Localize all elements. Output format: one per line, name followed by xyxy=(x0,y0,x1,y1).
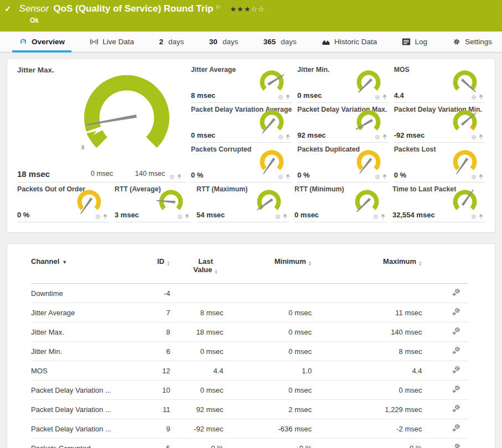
pin-icon[interactable] xyxy=(177,174,182,180)
table-row[interactable]: MOS124.41.04.4 xyxy=(31,361,468,381)
cell-id: 6 xyxy=(139,342,170,361)
gear-icon[interactable] xyxy=(375,134,380,140)
cell-actions xyxy=(422,419,469,439)
gauge-value: 0 msec xyxy=(294,211,319,219)
gear-icon[interactable] xyxy=(275,214,281,220)
table-row[interactable]: Jitter Min.60 msec0 msec8 msec xyxy=(31,342,468,361)
column-header-channel[interactable]: Channel▼ xyxy=(31,251,139,284)
cell-last-value: 8 msec xyxy=(170,303,223,322)
cell-minimum: 0 msec xyxy=(224,303,312,322)
gear-icon[interactable] xyxy=(471,214,477,220)
channel-settings-icon[interactable] xyxy=(452,443,460,448)
gear-icon[interactable] xyxy=(375,95,380,100)
gauge xyxy=(256,147,287,176)
tab-overview[interactable]: Overview xyxy=(17,32,67,53)
tile-corner-icons xyxy=(278,174,291,180)
table-row[interactable]: Packet Delay Variation ...1192 msec2 mse… xyxy=(31,400,468,419)
pin-icon[interactable] xyxy=(478,134,484,140)
cell-last-value: 0 % xyxy=(170,439,223,448)
cell-minimum: 0 msec xyxy=(224,381,312,400)
channel-settings-icon[interactable] xyxy=(452,424,460,432)
gauge xyxy=(353,107,384,136)
tab-settings[interactable]: Settings xyxy=(450,32,494,53)
gear-icon[interactable] xyxy=(471,134,477,140)
page-title: QoS (Quality of Service) Round Trip xyxy=(53,3,213,14)
pin-icon[interactable] xyxy=(478,95,484,100)
column-header-id[interactable]: ID▲▼ xyxy=(139,251,170,284)
channel-settings-icon[interactable] xyxy=(452,385,460,393)
cell-id: 7 xyxy=(139,303,170,322)
channel-settings-icon[interactable] xyxy=(452,366,460,374)
gauge xyxy=(351,186,382,216)
gear-icon[interactable] xyxy=(177,214,183,220)
tab-historic-data[interactable]: Historic Data xyxy=(319,32,379,53)
gear-icon[interactable] xyxy=(169,174,175,180)
priority-stars-filled[interactable]: ★★★ xyxy=(230,5,251,13)
gauge-tile-packet-delay-variation-min: Packet Delay Variation Min.-92 msec xyxy=(394,103,485,143)
table-row[interactable]: Jitter Average78 msec0 msec11 msec xyxy=(31,303,468,322)
gear-icon[interactable] xyxy=(471,174,477,180)
cell-minimum xyxy=(224,284,312,303)
priority-stars[interactable]: ★★★☆☆ xyxy=(230,5,265,13)
cell-last-value: 18 msec xyxy=(170,322,223,342)
table-row[interactable]: Jitter Max.818 msec0 msec140 msec xyxy=(31,322,468,342)
gear-icon[interactable] xyxy=(373,214,379,220)
pin-icon[interactable] xyxy=(380,214,386,220)
cell-minimum: -636 msec xyxy=(224,419,312,439)
gauge-tile-packets-lost: Packets Lost0 % xyxy=(394,143,485,183)
gauge-value: 0 msec xyxy=(297,91,322,100)
tab-label: Historic Data xyxy=(334,38,377,46)
tab-30-days[interactable]: 30days xyxy=(207,32,241,53)
status-badge: Ok xyxy=(30,17,496,24)
tab-log[interactable]: Log xyxy=(400,32,429,53)
pin-icon[interactable] xyxy=(282,214,288,220)
channel-settings-icon[interactable] xyxy=(452,327,460,335)
gear-icon[interactable] xyxy=(278,174,283,180)
tab-live-data[interactable]: Live Data xyxy=(87,32,136,53)
tile-corner-icons xyxy=(471,174,484,180)
pin-icon[interactable] xyxy=(285,134,291,140)
gauge xyxy=(449,186,480,216)
pin-icon[interactable] xyxy=(478,214,484,220)
channel-settings-icon[interactable] xyxy=(452,288,460,296)
tab-365-days[interactable]: 365days xyxy=(261,32,299,53)
cell-id: 10 xyxy=(139,381,170,400)
gauge-value: 3 msec xyxy=(115,211,139,219)
pin-icon[interactable] xyxy=(382,134,387,140)
tile-corner-icons xyxy=(169,174,182,180)
pin-icon[interactable] xyxy=(285,95,291,100)
table-row[interactable]: Packets Corrupted50 %0 %0 % xyxy=(31,439,468,448)
channel-settings-icon[interactable] xyxy=(452,346,460,355)
tab-label: Live Data xyxy=(102,38,134,46)
column-header-minimum[interactable]: Minimum▲▼ xyxy=(224,251,312,284)
gear-icon[interactable] xyxy=(95,214,101,220)
average-marker: x̄ xyxy=(81,144,85,150)
column-header-last-value[interactable]: Last Value▲▼ xyxy=(170,251,223,284)
gear-icon[interactable] xyxy=(278,134,283,140)
tab-2-days[interactable]: 2days xyxy=(157,32,187,53)
gear-icon[interactable] xyxy=(471,95,477,100)
table-row[interactable]: Packet Delay Variation ...100 msec0 msec… xyxy=(31,381,468,400)
channel-settings-icon[interactable] xyxy=(452,404,460,413)
pin-icon[interactable] xyxy=(285,174,291,180)
gauge-value: 0 % xyxy=(297,171,309,179)
gear-icon[interactable] xyxy=(278,95,283,100)
pin-icon[interactable] xyxy=(478,174,484,180)
pin-icon[interactable] xyxy=(102,214,108,220)
cell-minimum: 0 msec xyxy=(224,342,312,361)
pin-icon[interactable] xyxy=(382,95,387,100)
tab-number: 30 xyxy=(209,38,218,46)
gauge-tile-rtt-average: RTT (Average)3 msec xyxy=(115,183,191,222)
table-row[interactable]: Downtime-4 xyxy=(31,284,468,303)
cell-last-value: 92 msec xyxy=(170,400,223,419)
gear-icon[interactable] xyxy=(375,174,380,180)
pin-icon[interactable] xyxy=(382,174,387,180)
cell-minimum: 0 msec xyxy=(224,322,312,342)
pin-icon[interactable] xyxy=(184,214,190,220)
flag-icon[interactable]: ⚐ xyxy=(216,4,221,11)
table-row[interactable]: Packet Delay Variation ...9-92 msec-636 … xyxy=(31,419,468,439)
priority-stars-empty[interactable]: ☆☆ xyxy=(251,5,265,13)
column-header-maximum[interactable]: Maximum▲▼ xyxy=(312,251,422,284)
gauge-value: 8 msec xyxy=(191,91,215,100)
channel-settings-icon[interactable] xyxy=(452,308,460,316)
